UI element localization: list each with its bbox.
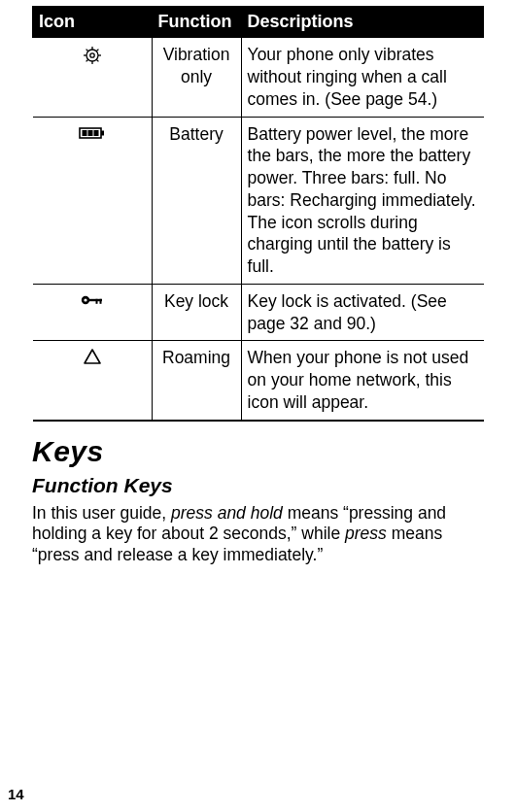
svg-rect-19 [99,299,101,304]
svg-line-8 [86,60,87,62]
description-cell: Key lock is activated. (See page 32 and … [241,284,483,341]
svg-marker-20 [85,350,100,363]
key-lock-icon [80,293,105,307]
term-press-and-hold: press and hold [171,503,283,523]
body-text: In this user guide, [32,503,171,523]
svg-rect-13 [87,130,92,136]
function-cell: Roaming [152,341,241,421]
header-function: Function [152,7,241,38]
svg-rect-11 [101,130,104,135]
svg-rect-14 [93,130,98,136]
description-cell: When your phone is not used on your home… [241,341,483,421]
battery-icon [79,126,106,140]
svg-rect-18 [95,299,97,304]
header-descriptions: Descriptions [241,7,483,38]
header-icon: Icon [33,7,153,38]
description-cell: Your phone only vibrates without ringing… [241,38,483,117]
svg-point-16 [84,298,86,301]
table-row: Key lock Key lock is activated. (See pag… [33,284,484,341]
roaming-icon [84,349,101,364]
function-cell: Vibration only [152,38,241,117]
term-press: press [345,524,387,543]
svg-line-9 [96,50,98,51]
svg-rect-12 [82,130,86,136]
table-row: Battery Battery power level, the more th… [33,117,484,284]
icon-table: Icon Function Descriptions [32,6,484,422]
function-keys-heading: Function Keys [32,474,484,497]
svg-line-6 [86,50,87,51]
svg-point-1 [89,53,93,57]
svg-line-7 [96,60,98,62]
function-cell: Key lock [152,284,241,341]
body-paragraph: In this user guide, press and hold means… [32,503,484,566]
table-row: Roaming When your phone is not used on y… [33,341,484,421]
table-row: Vibration only Your phone only vibrates … [33,38,484,117]
function-cell: Battery [152,117,241,284]
description-cell: Battery power level, the more the bars, … [241,117,483,284]
keys-heading: Keys [32,435,484,468]
vibration-only-icon [83,46,102,65]
page-number: 14 [8,786,24,802]
